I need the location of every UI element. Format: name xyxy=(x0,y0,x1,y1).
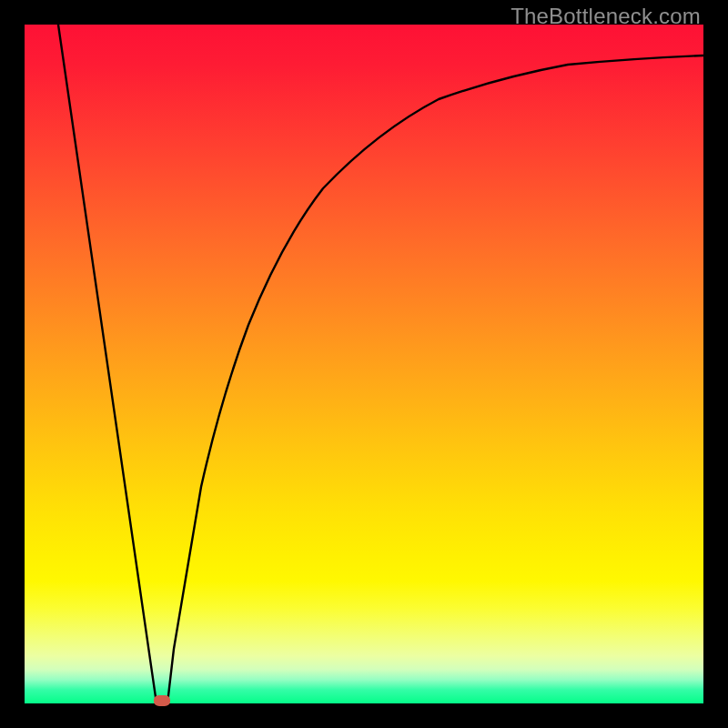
curve-left xyxy=(58,25,157,703)
chart-frame: TheBottleneck.com xyxy=(0,0,728,728)
curve-svg xyxy=(25,25,703,703)
watermark-text: TheBottleneck.com xyxy=(511,4,701,29)
plot-area xyxy=(25,25,703,703)
minimum-marker xyxy=(154,695,170,706)
curve-right xyxy=(167,56,703,703)
